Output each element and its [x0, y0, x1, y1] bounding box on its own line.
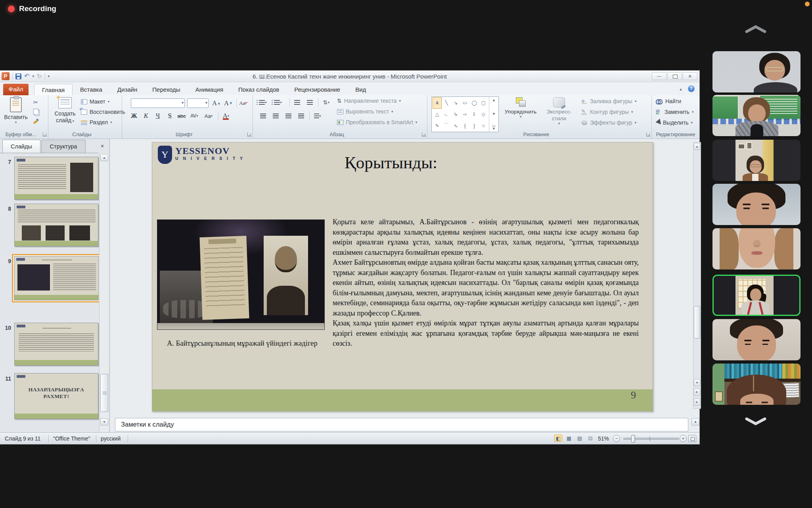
participants-scroll-down-button[interactable] [745, 416, 767, 426]
undo-dropdown-icon[interactable]: ▾ [32, 74, 34, 78]
numbering-button[interactable] [273, 98, 283, 107]
shape-line-icon[interactable]: ╲ [442, 97, 451, 109]
notes-placeholder[interactable]: Заметки к слайду [121, 421, 174, 428]
participant-video-8[interactable] [712, 364, 801, 405]
participant-video-4[interactable] [712, 184, 801, 225]
slide-sorter-view-button[interactable]: ▦ [565, 435, 573, 442]
tab-animations[interactable]: Анимация [188, 84, 231, 95]
align-right-button[interactable] [283, 111, 293, 121]
arrange-button[interactable]: Упорядочить ▾ [503, 97, 538, 118]
participant-video-6-active-speaker[interactable] [712, 275, 801, 316]
drawing-dialog-launcher-icon[interactable] [646, 133, 650, 137]
restore-button[interactable] [667, 72, 682, 80]
smartart-button[interactable]: Преобразовать в SmartArt [337, 119, 417, 125]
normal-view-button[interactable]: ◧ [554, 435, 562, 442]
shrink-font-button[interactable]: А▼ [224, 98, 233, 108]
minimize-ribbon-icon[interactable] [678, 86, 684, 92]
italic-button[interactable]: К [141, 111, 151, 121]
select-button[interactable]: Выделить [656, 119, 693, 126]
find-button[interactable]: Найти [656, 98, 681, 104]
shape-effects-button[interactable]: Эффекты фигур [581, 119, 636, 126]
shapes-gallery[interactable]: A ╲ ↘ ▭ ◯ ▢ △ ∟ ↳ ⇨ ⇩ ◇ ✎ ⌒ ∿ [431, 96, 499, 132]
tab-file[interactable]: Файл [3, 84, 29, 95]
character-spacing-button[interactable]: AV [190, 111, 199, 121]
shape-left-brace-icon[interactable]: { [460, 120, 469, 131]
powerpoint-app-icon[interactable] [2, 72, 10, 80]
scroll-down-icon[interactable]: ▼ [100, 418, 108, 425]
paste-button[interactable]: Вставить ▾ [3, 97, 29, 124]
shape-star-icon[interactable]: ☆ [479, 120, 488, 131]
shape-down-arrow-icon[interactable]: ⇩ [469, 109, 479, 120]
slide-canvas[interactable]: YESSENOV U N I V E R S I T Y Қорытынды: … [152, 142, 653, 412]
shapes-scroll-down-icon[interactable]: ▼ [492, 112, 496, 116]
previous-slide-button[interactable]: « [694, 389, 700, 396]
reading-view-button[interactable]: ▤ [576, 435, 584, 442]
paragraph-dialog-launcher-icon[interactable] [422, 133, 426, 137]
shape-right-arrow-icon[interactable]: ⇨ [460, 109, 469, 120]
format-painter-button[interactable] [31, 117, 40, 125]
reset-button[interactable]: Восстановить [81, 109, 125, 115]
language-indicator[interactable]: русский [101, 435, 121, 442]
shapes-gallery-scroll[interactable]: ▲ ▼ ▼ [489, 97, 498, 132]
underline-button[interactable]: Ч [153, 111, 163, 121]
notes-pane[interactable]: Заметки к слайду [115, 418, 688, 431]
font-dialog-launcher-icon[interactable] [247, 133, 251, 137]
shape-diamond-icon[interactable]: ◇ [479, 109, 488, 120]
save-icon[interactable] [15, 73, 21, 79]
title-bar[interactable]: ↶ ▾ ↻ ▾ 6. Ш.Есенов Каспий техн және инж… [0, 71, 699, 82]
change-case-button[interactable]: Aa [204, 111, 213, 121]
layout-button[interactable]: Макет [81, 98, 109, 105]
shape-textbox-icon[interactable]: A [433, 97, 442, 109]
bullets-button[interactable] [258, 98, 268, 107]
editor-scrollbar[interactable]: ▲ ▼ « » [693, 142, 701, 409]
tab-view[interactable]: Вид [348, 84, 373, 95]
customize-toolbar-icon[interactable]: ▾ [48, 74, 50, 78]
slide-thumbnail-11[interactable]: НАЗАРЛАРЫҢЫЗҒА РАХМЕТ! [14, 373, 98, 419]
slide-thumbnail-7[interactable] [14, 157, 98, 200]
scroll-down-icon[interactable]: ▼ [694, 379, 700, 386]
scrollbar-thumb[interactable] [100, 374, 108, 412]
minimize-button[interactable] [652, 72, 666, 80]
slide-thumbnail-10[interactable] [14, 323, 98, 366]
text-direction-button[interactable]: ⇅Направление текста [337, 98, 401, 104]
shape-rounded-rect-icon[interactable]: ▢ [479, 97, 488, 109]
shapes-scroll-up-icon[interactable]: ▲ [492, 98, 496, 102]
participants-scroll-up-button[interactable] [745, 24, 767, 34]
shape-scribble-icon[interactable]: ✎ [433, 120, 442, 131]
redo-icon[interactable]: ↻ [37, 73, 42, 79]
justify-button[interactable] [296, 111, 306, 121]
shape-arrow-icon[interactable]: ↘ [451, 97, 460, 109]
help-icon[interactable] [688, 85, 695, 92]
tab-outline-pane[interactable]: Структура [41, 140, 86, 153]
zoom-out-button[interactable]: − [613, 435, 620, 442]
panel-scrollbar[interactable]: ▲ ▼ [99, 153, 109, 432]
slide-thumbnail-8[interactable] [14, 204, 98, 246]
tab-slideshow[interactable]: Показ слайдов [231, 84, 287, 95]
clear-formatting-button[interactable]: Аa◤ [239, 98, 248, 108]
replace-button[interactable]: Заменить [656, 109, 693, 115]
notes-scroll-up-icon[interactable]: ▲ [691, 418, 699, 425]
align-text-button[interactable]: Выровнять текст [337, 108, 393, 115]
shape-fill-button[interactable]: Заливка фигуры [581, 98, 636, 104]
tab-slides-pane[interactable]: Слайды [2, 140, 40, 153]
text-shadow-button[interactable]: S [165, 111, 174, 121]
align-left-button[interactable] [258, 111, 268, 121]
slide-thumbnail-9-selected[interactable] [14, 256, 99, 300]
grow-font-button[interactable]: А▲ [212, 98, 221, 108]
scroll-up-icon[interactable]: ▲ [694, 143, 700, 150]
close-button[interactable] [683, 72, 697, 80]
zoom-slider-handle[interactable] [631, 435, 635, 443]
shape-arc-icon[interactable]: ⌒ [442, 120, 451, 131]
bold-button[interactable]: Ж [129, 111, 139, 121]
tab-transitions[interactable]: Переходы [145, 84, 188, 95]
undo-icon[interactable]: ↶ [24, 73, 29, 79]
scrollbar-thumb[interactable] [694, 306, 700, 339]
shape-triangle-icon[interactable]: △ [433, 109, 442, 120]
clipboard-dialog-launcher-icon[interactable] [43, 133, 47, 137]
tab-insert[interactable]: Вставка [73, 84, 110, 95]
participant-video-2[interactable] [712, 95, 801, 136]
next-slide-button[interactable]: » [694, 398, 700, 406]
shape-curve-icon[interactable]: ∿ [451, 120, 460, 131]
participant-video-1[interactable] [712, 51, 801, 92]
increase-indent-button[interactable] [304, 98, 315, 107]
